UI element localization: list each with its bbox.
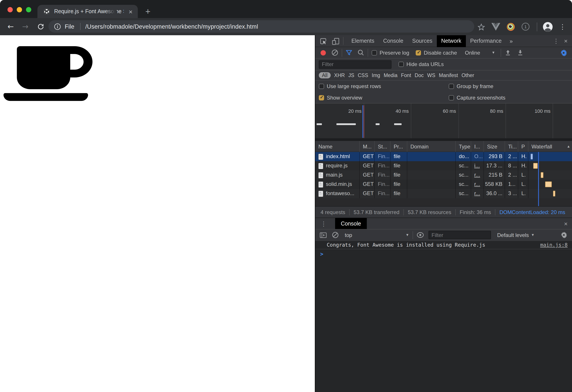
- type-filter-other[interactable]: Other: [461, 73, 474, 78]
- cell-text[interactable]: i...: [474, 163, 480, 169]
- type-filter-manifest[interactable]: Manifest: [439, 73, 458, 78]
- column-header-m[interactable]: M...: [360, 141, 375, 152]
- back-button[interactable]: ←: [7, 23, 14, 30]
- devtools-tab-sources[interactable]: Sources: [408, 35, 437, 47]
- devtools-tab-elements[interactable]: Elements: [347, 35, 379, 47]
- column-header-name[interactable]: Name: [315, 141, 360, 152]
- drawer-menu-kebab-icon[interactable]: ⋮: [318, 220, 329, 227]
- column-header-pr[interactable]: Pr...: [391, 141, 407, 152]
- new-tab-button[interactable]: +: [145, 5, 150, 18]
- type-filter-all[interactable]: All: [319, 72, 331, 78]
- disable-cache-checkbox[interactable]: [416, 50, 421, 55]
- network-request-row[interactable]: require.jsGETFin...filesc...i...17.3 ...…: [315, 161, 572, 170]
- live-expression-eye-icon[interactable]: [416, 232, 424, 238]
- close-drawer-icon[interactable]: ×: [562, 220, 572, 227]
- maximize-window-button[interactable]: [26, 7, 31, 12]
- use-large-request-rows-checkbox[interactable]: [319, 84, 324, 89]
- cell-text[interactable]: r...: [474, 172, 480, 178]
- search-icon[interactable]: [358, 49, 364, 56]
- column-header-label: Waterfall: [531, 141, 552, 152]
- close-tab-icon[interactable]: ×: [127, 7, 134, 16]
- show-overview-checkbox[interactable]: [319, 95, 324, 100]
- hide-data-urls-label: Hide data URLs: [406, 61, 444, 67]
- column-header-domain[interactable]: Domain: [407, 141, 456, 152]
- devtools-tab-network[interactable]: Network: [437, 35, 466, 47]
- type-filter-xhr[interactable]: XHR: [334, 73, 345, 78]
- network-request-row[interactable]: solid.min.jsGETFin...filesc...r...558 KB…: [315, 180, 572, 189]
- cell-text[interactable]: r...: [474, 190, 480, 196]
- inspect-element-icon[interactable]: [320, 37, 327, 45]
- hide-data-urls-checkbox[interactable]: [398, 62, 404, 67]
- javascript-context-select[interactable]: top ▼: [345, 232, 409, 238]
- console-message-source-link[interactable]: main.js:8: [540, 242, 568, 248]
- more-tabs-chevron-icon[interactable]: »: [506, 38, 516, 44]
- console-settings-gear-icon[interactable]: [560, 232, 567, 238]
- url-text[interactable]: /Users/robmadole/Development/workbench/m…: [85, 23, 258, 30]
- type-filter-doc[interactable]: Doc: [414, 73, 424, 78]
- eye-extension-icon[interactable]: [506, 22, 515, 31]
- column-header-st[interactable]: St...: [375, 141, 391, 152]
- summary-item[interactable]: DOMContentLoaded: 20 ms: [495, 209, 569, 215]
- type-filter-ws[interactable]: WS: [427, 73, 435, 78]
- type-filter-font[interactable]: Font: [401, 73, 411, 78]
- column-header-waterfall[interactable]: Waterfall▲: [528, 141, 572, 152]
- network-overview-timeline[interactable]: 20 ms40 ms60 ms80 ms100 ms: [315, 103, 572, 141]
- devtools-tab-console[interactable]: Console: [379, 35, 408, 47]
- network-request-row[interactable]: fontaweso...GETFin...filesc...r...36.0 .…: [315, 189, 572, 198]
- profile-avatar[interactable]: [542, 21, 553, 32]
- type-filter-css[interactable]: CSS: [358, 73, 368, 78]
- cell-p: L.: [518, 189, 528, 198]
- device-toolbar-icon[interactable]: [332, 37, 339, 45]
- import-har-icon[interactable]: [505, 49, 511, 56]
- column-header-size[interactable]: Size: [484, 141, 505, 152]
- network-request-row[interactable]: main.jsGETFin...filesc...r...215 B2 ...L…: [315, 170, 572, 180]
- network-request-row[interactable]: index.htmlGETFin...filedo...O...293 B2 .…: [315, 152, 572, 161]
- throttling-dropdown-icon[interactable]: ▼: [492, 51, 495, 55]
- group-by-frame-checkbox[interactable]: [449, 84, 454, 89]
- column-header-label: Ti...: [508, 141, 517, 152]
- throttling-select[interactable]: Online: [465, 49, 480, 56]
- devtools-menu-kebab-icon[interactable]: ⋮: [550, 37, 562, 45]
- clear-network-icon[interactable]: [332, 49, 338, 56]
- column-header-type[interactable]: Type: [456, 141, 471, 152]
- network-filter-input[interactable]: [319, 60, 391, 68]
- column-header-i[interactable]: I...: [471, 141, 484, 152]
- column-header-p[interactable]: P: [518, 141, 528, 152]
- address-bar[interactable]: File /Users/robmadole/Development/workbe…: [48, 20, 474, 33]
- console-prompt[interactable]: >: [315, 249, 572, 259]
- log-levels-select[interactable]: Default levels ▼: [497, 232, 535, 238]
- vue-devtools-extension-icon[interactable]: [492, 23, 500, 31]
- cell-size: 215 B: [484, 170, 505, 180]
- close-window-button[interactable]: [7, 7, 13, 12]
- reload-button[interactable]: [37, 23, 44, 30]
- console-filter-input[interactable]: [429, 231, 491, 239]
- minimize-window-button[interactable]: [17, 7, 22, 12]
- console-drawer-tabbar: ⋮ Console ×: [315, 218, 572, 229]
- column-header-ti[interactable]: Ti...: [505, 141, 518, 152]
- type-filter-js[interactable]: JS: [348, 73, 354, 78]
- console-sidebar-toggle-icon[interactable]: [320, 232, 327, 238]
- cell-text[interactable]: r...: [474, 181, 480, 187]
- bookmark-star-icon[interactable]: [477, 23, 485, 31]
- console-drawer-tab[interactable]: Console: [335, 218, 367, 229]
- page-info-icon[interactable]: [54, 23, 61, 30]
- browser-tab[interactable]: Require.js + Font Awesome SVG ×: [37, 5, 138, 18]
- type-filter-img[interactable]: Img: [372, 73, 380, 78]
- cell-m: GET: [360, 189, 375, 198]
- capture-screenshots-checkbox[interactable]: [449, 95, 454, 100]
- record-network-log-button[interactable]: [320, 50, 326, 55]
- devtools-tab-performance[interactable]: Performance: [466, 35, 506, 47]
- preserve-log-checkbox[interactable]: [372, 50, 377, 55]
- browser-menu-kebab-icon[interactable]: ⋮: [559, 23, 566, 31]
- tab-title-fade: [105, 5, 117, 18]
- filter-funnel-icon[interactable]: [346, 49, 352, 56]
- context-value: top: [345, 232, 352, 238]
- clear-console-icon[interactable]: [332, 232, 339, 238]
- export-har-icon[interactable]: [517, 49, 524, 56]
- network-settings-gear-icon[interactable]: [560, 49, 567, 56]
- cell-text: Fin...: [378, 153, 389, 160]
- devtools-close-icon[interactable]: ×: [562, 37, 572, 45]
- password-extension-icon[interactable]: 1: [521, 22, 530, 31]
- type-filter-media[interactable]: Media: [384, 73, 398, 78]
- forward-button[interactable]: →: [22, 23, 29, 30]
